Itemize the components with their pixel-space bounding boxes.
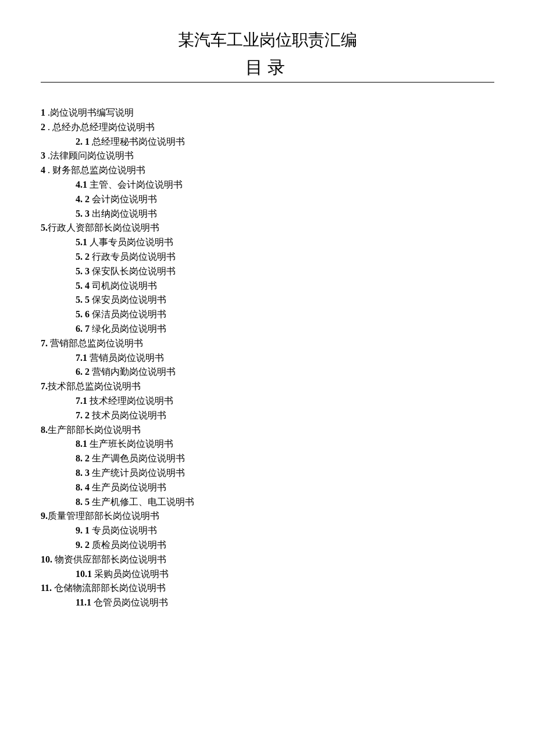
toc-item-number: 7.1 — [76, 353, 90, 363]
toc-item: 7. 2 技术员岗位说明书 — [76, 409, 535, 423]
toc-item-number: 7.1 — [76, 396, 90, 406]
toc-item: 11.1 仓管员岗位说明书 — [76, 596, 535, 610]
toc-item-number: 10. — [41, 554, 55, 564]
toc-item: 10.1 采购员岗位说明书 — [76, 567, 535, 582]
toc-item-text: 生产部部长岗位说明书 — [48, 425, 141, 435]
toc-item-number: 9. 2 — [76, 540, 92, 550]
toc-item: 2. 1 总经理秘书岗位说明书 — [76, 135, 535, 149]
toc-item-text: 营销内勤岗位说明书 — [92, 367, 176, 377]
document-subtitle: 目录 — [0, 56, 535, 82]
toc-item: 5. 6 保洁员岗位说明书 — [76, 307, 535, 322]
toc-item-text: 绿化员岗位说明书 — [92, 324, 166, 334]
toc-item-number: 11.1 — [76, 597, 94, 607]
toc-item: 7.1 技术经理岗位说明书 — [76, 394, 535, 409]
toc-item: 2 . 总经办总经理岗位说明书 — [41, 120, 535, 135]
toc-item: 6. 2 营销内勤岗位说明书 — [76, 365, 535, 379]
toc-item: 5. 4 司机岗位说明书 — [76, 279, 535, 293]
table-of-contents: 1 .岗位说明书编写说明2 . 总经办总经理岗位说明书2. 1 总经理秘书岗位说… — [41, 106, 535, 610]
toc-item-text: 营销部总监岗位说明书 — [50, 338, 143, 348]
toc-item-number: 9. 1 — [76, 525, 92, 535]
toc-item-number: 5.1 — [76, 237, 90, 247]
toc-item: 5.行政人资部部长岗位说明书 — [41, 221, 535, 235]
toc-item: 4 . 财务部总监岗位说明书 — [41, 163, 535, 178]
toc-item-number: 8. 5 — [76, 497, 92, 507]
toc-item: 3 .法律顾问岗位说明书 — [41, 149, 535, 163]
toc-item-number: 9. — [41, 511, 48, 521]
toc-item-number: 7. 2 — [76, 410, 92, 420]
toc-item-text: 技术经理岗位说明书 — [90, 396, 173, 406]
toc-item-text: .岗位说明书编写说明 — [48, 108, 134, 117]
toc-item: 7.技术部总监岗位说明书 — [41, 379, 535, 394]
toc-item: 8.生产部部长岗位说明书 — [41, 423, 535, 438]
toc-item-number: 8.1 — [76, 439, 90, 449]
toc-item-number: 5. 2 — [76, 252, 92, 261]
toc-item-number: 8. 3 — [76, 468, 92, 478]
toc-item-text: . 财务部总监岗位说明书 — [48, 165, 145, 175]
toc-item-text: 主管、会计岗位说明书 — [90, 180, 183, 189]
toc-item: 8. 4 生产员岗位说明书 — [76, 481, 535, 495]
document-title: 某汽车工业岗位职责汇编 — [0, 29, 535, 51]
toc-item-number: 2. 1 — [76, 137, 92, 146]
toc-item-text: 保洁员岗位说明书 — [92, 309, 166, 319]
toc-item-text: . 总经办总经理岗位说明书 — [48, 122, 155, 132]
toc-item-number: 5. 5 — [76, 295, 92, 304]
toc-item-number: 5. — [41, 223, 48, 232]
toc-item-number: 6. 2 — [76, 367, 92, 377]
toc-item-text: 质检员岗位说明书 — [92, 540, 166, 550]
toc-item: 5.1 人事专员岗位说明书 — [76, 235, 535, 250]
toc-item-text: 保安员岗位说明书 — [92, 295, 166, 304]
toc-item: 5. 2 行政专员岗位说明书 — [76, 250, 535, 264]
toc-item-text: .法律顾问岗位说明书 — [48, 151, 134, 160]
toc-item: 5. 3 出纳岗位说明书 — [76, 207, 535, 221]
toc-item-text: 行政人资部部长岗位说明书 — [48, 223, 159, 232]
toc-item: 4. 2 会计岗位说明书 — [76, 192, 535, 207]
toc-item-text: 出纳岗位说明书 — [92, 209, 157, 218]
toc-item: 7.1 营销员岗位说明书 — [76, 351, 535, 366]
toc-item-number: 1 — [41, 108, 48, 117]
toc-item-number: 8. 2 — [76, 453, 92, 463]
toc-item-text: 营销员岗位说明书 — [90, 353, 164, 363]
toc-item-text: 质量管理部部长岗位说明书 — [48, 511, 159, 521]
toc-item: 1 .岗位说明书编写说明 — [41, 106, 535, 120]
toc-item-number: 7. — [41, 338, 50, 348]
toc-item: 8. 3 生产统计员岗位说明书 — [76, 466, 535, 481]
toc-item: 5. 5 保安员岗位说明书 — [76, 293, 535, 307]
toc-item: 10. 物资供应部部长岗位说明书 — [41, 553, 535, 567]
toc-item-number: 7. — [41, 381, 48, 391]
toc-item-number: 5. 4 — [76, 281, 92, 291]
toc-item-text: 生产统计员岗位说明书 — [92, 468, 185, 478]
toc-item: 8. 5 生产机修工、电工说明书 — [76, 495, 535, 510]
toc-item: 9. 2 质检员岗位说明书 — [76, 538, 535, 553]
toc-item: 9. 1 专员岗位说明书 — [76, 524, 535, 538]
toc-item-text: 生产员岗位说明书 — [92, 482, 166, 492]
toc-item: 5. 3 保安队长岗位说明书 — [76, 264, 535, 279]
toc-item-text: 仓管员岗位说明书 — [94, 597, 168, 607]
toc-item-number: 4 — [41, 165, 48, 175]
toc-item: 11. 仓储物流部部长岗位说明书 — [41, 581, 535, 596]
toc-item-number: 6. 7 — [76, 324, 92, 334]
toc-item-text: 技术部总监岗位说明书 — [48, 381, 141, 391]
toc-item-number: 5. 6 — [76, 309, 92, 319]
toc-item-text: 采购员岗位说明书 — [94, 569, 169, 579]
toc-item-number: 10.1 — [76, 569, 94, 579]
toc-item: 4.1 主管、会计岗位说明书 — [76, 178, 535, 192]
toc-item-number: 4. 2 — [76, 194, 92, 204]
title-divider — [41, 82, 494, 83]
toc-item-text: 人事专员岗位说明书 — [90, 237, 173, 247]
toc-item: 6. 7 绿化员岗位说明书 — [76, 322, 535, 336]
toc-item-text: 物资供应部部长岗位说明书 — [55, 554, 166, 564]
toc-item: 9.质量管理部部长岗位说明书 — [41, 509, 535, 524]
toc-item-text: 行政专员岗位说明书 — [92, 252, 176, 261]
toc-item-number: 5. 3 — [76, 266, 92, 276]
toc-item-text: 生产班长岗位说明书 — [90, 439, 173, 449]
toc-item-text: 专员岗位说明书 — [92, 525, 157, 535]
toc-item-number: 5. 3 — [76, 209, 92, 218]
toc-item-text: 仓储物流部部长岗位说明书 — [54, 583, 166, 593]
toc-item-text: 生产机修工、电工说明书 — [92, 497, 194, 507]
toc-item-text: 司机岗位说明书 — [92, 281, 157, 291]
toc-item: 7. 营销部总监岗位说明书 — [41, 336, 535, 351]
toc-item: 8.1 生产班长岗位说明书 — [76, 437, 535, 452]
toc-item-number: 8. 4 — [76, 482, 92, 492]
toc-item-text: 会计岗位说明书 — [92, 194, 157, 204]
toc-item-number: 4.1 — [76, 180, 90, 189]
